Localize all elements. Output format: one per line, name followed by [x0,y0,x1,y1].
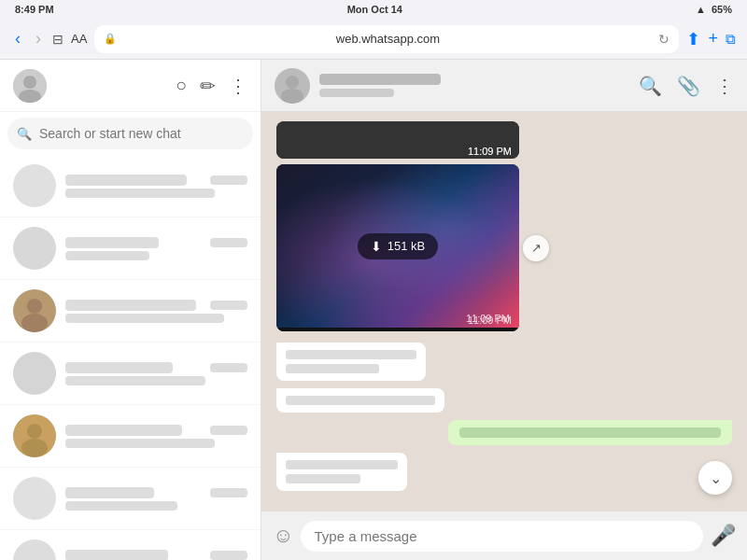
new-chat-icon[interactable]: ✏ [200,75,216,97]
chat-name [65,175,187,186]
avatar [13,227,56,270]
emoji-button[interactable]: ☺ [273,524,293,548]
chat-info [65,550,247,561]
search-bar[interactable]: 🔍 [7,118,253,149]
chat-item[interactable] [0,530,261,560]
svg-point-1 [23,76,36,89]
chat-item[interactable] [0,217,261,280]
text-bar [286,474,360,483]
share-button[interactable]: ⬆ [686,29,700,49]
chat-info [65,300,247,323]
reload-button[interactable]: ↻ [658,32,669,47]
text-size-button[interactable]: AA [71,32,87,46]
lock-icon: 🔒 [104,33,117,45]
status-icon[interactable]: ○ [176,75,187,96]
back-button[interactable]: ‹ [11,29,24,49]
scroll-down-button[interactable]: ⌄ [698,461,732,495]
menu-button[interactable]: ⋮ [715,75,734,97]
msg-row-text3 [276,453,732,491]
address-bar[interactable]: 🔒 web.whatsapp.com ↻ [94,25,679,53]
chat-info [65,487,247,511]
message-input[interactable] [301,521,703,552]
left-header: ○ ✏ ⋮ [0,60,261,112]
chat-time [210,488,247,497]
msg-row-media: ⬇ 151 kB 11:09 PM 11:09 PM [276,164,732,331]
left-header-icons: ○ ✏ ⋮ [176,75,247,97]
text-bar [286,460,398,469]
browser-toolbar: ‹ › ⊟ AA 🔒 web.whatsapp.com ↻ ⬆ + ⧉ [0,19,747,60]
input-area: ☺ 🎤 [261,511,747,560]
chevron-down-icon: ⌄ [710,469,722,487]
chat-info [65,425,247,448]
status-bar: 8:49 PM Mon Oct 14 ▲ 65% [0,0,747,19]
svg-point-8 [21,439,48,457]
msg-row-text2 [276,388,732,413]
app-container: ○ ✏ ⋮ 🔍 [0,60,747,560]
new-tab-button[interactable]: + [708,29,718,49]
avatar [13,289,56,332]
chat-info [65,237,247,260]
chat-name [65,362,173,373]
chat-preview [65,439,215,448]
msg-row-outgoing [276,420,732,445]
chat-preview [65,501,177,511]
right-header: 🔍 📎 ⋮ [261,60,747,112]
chat-item[interactable] [0,468,261,530]
incoming-bubble [276,453,407,491]
chat-item[interactable] [0,405,261,468]
media-message[interactable]: ⬇ 151 kB 11:09 PM [276,164,519,331]
chat-time [210,426,247,435]
right-header-icons: 🔍 📎 ⋮ [639,75,734,97]
incoming-bubble [276,388,444,413]
chat-item[interactable] [0,343,261,405]
left-panel: ○ ✏ ⋮ 🔍 [0,60,261,560]
search-button[interactable]: 🔍 [639,75,662,97]
chat-item[interactable] [0,280,261,343]
text-bar [286,396,435,405]
chat-name [65,550,168,561]
share-icon: ↗ [531,241,542,255]
svg-point-7 [27,424,42,439]
chat-info [65,175,247,198]
battery-percent: 65% [712,4,732,15]
forward-button[interactable]: › [32,29,45,49]
chat-time [210,363,247,372]
share-button[interactable]: ↗ [523,235,549,261]
search-input[interactable] [39,126,244,141]
svg-point-11 [281,89,303,104]
microphone-button[interactable]: 🎤 [711,524,736,548]
chat-name [65,300,196,311]
chat-name [65,425,182,436]
messages-area: 11:09 PM 11:09 PM ⬇ 151 kB [261,112,747,511]
download-button[interactable]: ⬇ 151 kB [358,233,438,259]
file-size: 151 kB [388,239,425,253]
svg-point-4 [27,299,42,314]
avatar [13,352,56,395]
msg-row-text1 [276,343,732,381]
chat-preview [65,314,224,323]
chat-list [0,155,261,560]
chat-time [210,175,247,185]
wifi-icon: ▲ [696,4,706,15]
avatar [13,414,56,457]
reader-mode-icon[interactable]: ⊟ [52,32,63,47]
media-thumbnail[interactable]: ⬇ 151 kB [276,164,519,328]
day: Mon Oct 14 [347,4,402,15]
outgoing-bubble [448,420,732,445]
media-time-overlay: 11:09 PM [466,313,510,324]
download-icon: ⬇ [371,239,382,254]
prev-time-overlay: 11:09 PM [468,146,512,157]
chat-preview [65,376,205,385]
chat-item[interactable] [0,155,261,217]
attach-button[interactable]: 📎 [677,75,700,97]
avatar [13,477,56,520]
tabs-button[interactable]: ⧉ [726,31,736,48]
menu-icon[interactable]: ⋮ [229,75,247,97]
svg-point-10 [286,76,299,89]
time: 8:49 PM [15,4,54,15]
chat-info [65,362,247,385]
chat-time [210,301,247,310]
chat-name [65,237,159,248]
chat-time [210,551,247,560]
my-avatar[interactable] [13,69,47,103]
